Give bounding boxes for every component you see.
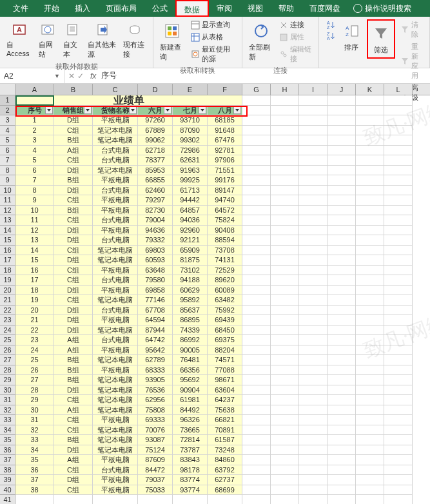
table-header[interactable]: 八月 bbox=[208, 106, 242, 116]
row-head[interactable]: 5 bbox=[0, 135, 15, 146]
data-cell[interactable]: 笔记本电脑 bbox=[93, 325, 138, 336]
empty-cell[interactable] bbox=[384, 286, 413, 296]
filter-dropdown-icon[interactable] bbox=[199, 106, 206, 114]
data-cell[interactable]: 62631 bbox=[173, 155, 208, 166]
empty-cell[interactable] bbox=[299, 405, 327, 416]
menu-百度网盘[interactable]: 百度网盘 bbox=[302, 0, 348, 17]
empty-cell[interactable] bbox=[271, 305, 299, 316]
data-cell[interactable]: D组 bbox=[54, 286, 93, 296]
row-head[interactable]: 10 bbox=[0, 186, 15, 196]
data-cell[interactable]: 平板电脑 bbox=[93, 115, 138, 126]
empty-cell[interactable] bbox=[327, 226, 356, 236]
data-cell[interactable]: 11 bbox=[15, 215, 54, 226]
data-cell[interactable]: 32 bbox=[15, 425, 54, 436]
empty-cell[interactable] bbox=[299, 206, 327, 216]
empty-cell[interactable] bbox=[299, 415, 327, 425]
data-cell[interactable]: 92121 bbox=[173, 235, 208, 246]
filter-dropdown-icon[interactable] bbox=[45, 106, 53, 114]
empty-cell[interactable] bbox=[271, 425, 299, 436]
empty-cell[interactable] bbox=[327, 166, 356, 176]
filter-dropdown-icon[interactable] bbox=[233, 106, 241, 114]
data-cell[interactable]: 19 bbox=[15, 295, 54, 305]
data-cell[interactable]: 66821 bbox=[208, 415, 242, 425]
data-cell[interactable]: 76536 bbox=[138, 385, 173, 396]
empty-cell[interactable] bbox=[242, 175, 271, 186]
empty-cell[interactable] bbox=[271, 465, 299, 476]
row-head[interactable]: 6 bbox=[0, 146, 15, 156]
empty-cell[interactable] bbox=[242, 415, 271, 425]
table-header[interactable]: 销售组 bbox=[54, 106, 93, 116]
empty-cell[interactable] bbox=[242, 385, 271, 396]
empty-cell[interactable] bbox=[242, 425, 271, 436]
data-cell[interactable]: 4 bbox=[15, 146, 54, 156]
menu-审阅[interactable]: 审阅 bbox=[209, 0, 240, 17]
row-head[interactable]: 41 bbox=[0, 495, 15, 504]
empty-cell[interactable] bbox=[271, 226, 299, 236]
col-head-F[interactable]: F bbox=[208, 84, 242, 95]
filter-dropdown-icon[interactable] bbox=[129, 106, 137, 114]
empty-cell[interactable] bbox=[242, 135, 271, 146]
empty-cell[interactable] bbox=[299, 286, 327, 296]
data-cell[interactable]: 94740 bbox=[208, 195, 242, 206]
data-cell[interactable]: 68333 bbox=[138, 365, 173, 376]
data-cell[interactable]: 平板电脑 bbox=[93, 315, 138, 325]
empty-cell[interactable] bbox=[299, 365, 327, 376]
empty-cell[interactable] bbox=[356, 395, 384, 405]
table-header[interactable]: 货物名称 bbox=[93, 106, 138, 116]
empty-cell[interactable] bbox=[271, 155, 299, 166]
data-cell[interactable]: 9 bbox=[15, 195, 54, 206]
empty-cell[interactable] bbox=[138, 495, 173, 504]
row-head[interactable]: 26 bbox=[0, 345, 15, 356]
empty-cell[interactable] bbox=[208, 495, 242, 504]
data-cell[interactable]: 21 bbox=[15, 315, 54, 325]
empty-cell[interactable] bbox=[356, 186, 384, 196]
data-cell[interactable]: B组 bbox=[54, 375, 93, 385]
empty-cell[interactable] bbox=[384, 395, 413, 405]
data-cell[interactable]: 64857 bbox=[173, 206, 208, 216]
empty-cell[interactable] bbox=[242, 445, 271, 456]
data-cell[interactable]: 87090 bbox=[173, 126, 208, 136]
col-head-B[interactable]: B bbox=[54, 84, 93, 95]
empty-cell[interactable] bbox=[327, 305, 356, 316]
data-cell[interactable]: 18 bbox=[15, 286, 54, 296]
data-cell[interactable]: 34 bbox=[15, 445, 54, 456]
empty-cell[interactable] bbox=[384, 415, 413, 425]
data-cell[interactable]: 平板电脑 bbox=[93, 485, 138, 496]
table-header[interactable]: 六月 bbox=[138, 106, 173, 116]
empty-cell[interactable] bbox=[356, 195, 384, 206]
data-cell[interactable]: 85637 bbox=[173, 305, 208, 316]
empty-cell[interactable] bbox=[242, 315, 271, 325]
empty-cell[interactable] bbox=[384, 325, 413, 336]
empty-cell[interactable] bbox=[356, 405, 384, 416]
data-cell[interactable]: 81875 bbox=[173, 255, 208, 266]
empty-cell[interactable] bbox=[242, 365, 271, 376]
empty-cell[interactable] bbox=[356, 206, 384, 216]
empty-cell[interactable] bbox=[271, 166, 299, 176]
empty-cell[interactable] bbox=[327, 325, 356, 336]
data-cell[interactable]: 24 bbox=[15, 345, 54, 356]
col-head-J[interactable]: J bbox=[327, 84, 356, 95]
empty-cell[interactable] bbox=[242, 325, 271, 336]
data-cell[interactable]: 62956 bbox=[138, 395, 173, 405]
empty-cell[interactable] bbox=[271, 395, 299, 405]
empty-cell[interactable] bbox=[299, 186, 327, 196]
data-cell[interactable]: 68185 bbox=[208, 115, 242, 126]
data-cell[interactable]: 77088 bbox=[208, 365, 242, 376]
row-head[interactable]: 29 bbox=[0, 375, 15, 385]
empty-cell[interactable] bbox=[242, 465, 271, 476]
data-cell[interactable]: A组 bbox=[54, 405, 93, 416]
data-cell[interactable]: 60629 bbox=[173, 286, 208, 296]
data-cell[interactable]: 87609 bbox=[138, 455, 173, 465]
empty-cell[interactable] bbox=[299, 375, 327, 385]
data-cell[interactable]: C组 bbox=[54, 275, 93, 286]
col-head-H[interactable]: H bbox=[271, 84, 299, 95]
empty-cell[interactable] bbox=[242, 226, 271, 236]
data-cell[interactable]: C组 bbox=[54, 395, 93, 405]
data-cell[interactable]: 笔记本电脑 bbox=[93, 385, 138, 396]
menu-插入[interactable]: 插入 bbox=[67, 0, 98, 17]
data-cell[interactable]: 1 bbox=[15, 115, 54, 126]
data-cell[interactable]: 82730 bbox=[138, 206, 173, 216]
empty-cell[interactable] bbox=[384, 146, 413, 156]
empty-cell[interactable] bbox=[327, 235, 356, 246]
data-cell[interactable]: 93774 bbox=[173, 485, 208, 496]
